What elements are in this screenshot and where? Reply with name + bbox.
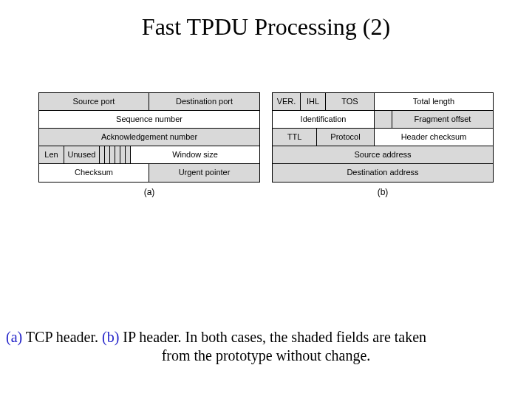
caption-continuation: from the prototype without change. — [6, 347, 526, 365]
tcp-sequence-number: Sequence number — [39, 111, 259, 128]
ip-flags — [375, 111, 392, 128]
caption-b-text: IP header. In both cases, the shaded fie… — [119, 329, 426, 345]
caption: (a) TCP header. (b) IP header. In both c… — [0, 328, 532, 365]
tcp-window-size: Window size — [131, 146, 259, 163]
ip-total-length: Total length — [375, 93, 493, 110]
ip-ttl: TTL — [273, 129, 317, 146]
ip-label: (b) — [272, 183, 494, 197]
tcp-unused: Unused — [64, 146, 100, 163]
ip-identification: Identification — [273, 111, 375, 128]
tcp-label: (a) — [38, 183, 260, 197]
ip-header-diagram: VER. IHL TOS Total length Identification… — [272, 92, 494, 197]
tcp-urgent-pointer: Urgent pointer — [149, 164, 259, 182]
ip-header-checksum: Header checksum — [375, 129, 493, 146]
tcp-len: Len — [39, 146, 64, 163]
tcp-dest-port: Destination port — [149, 93, 259, 110]
ip-ver: VER. — [273, 93, 301, 110]
tcp-checksum: Checksum — [39, 164, 149, 182]
caption-b-marker: (b) — [102, 329, 119, 345]
tcp-flags-ticks — [100, 146, 131, 163]
tcp-header-diagram: Source port Destination port Sequence nu… — [38, 92, 260, 197]
ip-fragment-offset: Fragment offset — [392, 111, 493, 128]
ip-ihl: IHL — [301, 93, 326, 110]
slide-title: Fast TPDU Processing (2) — [0, 13, 532, 41]
ip-tos: TOS — [326, 93, 375, 110]
tcp-source-port: Source port — [39, 93, 149, 110]
ip-source-address: Source address — [273, 146, 493, 163]
caption-a-text: TCP header. — [22, 329, 102, 345]
ip-destination-address: Destination address — [273, 164, 493, 182]
header-diagrams: Source port Destination port Sequence nu… — [0, 92, 532, 197]
caption-a-marker: (a) — [6, 329, 22, 345]
ip-protocol: Protocol — [317, 129, 375, 146]
tcp-ack-number: Acknowledgement number — [39, 129, 259, 146]
